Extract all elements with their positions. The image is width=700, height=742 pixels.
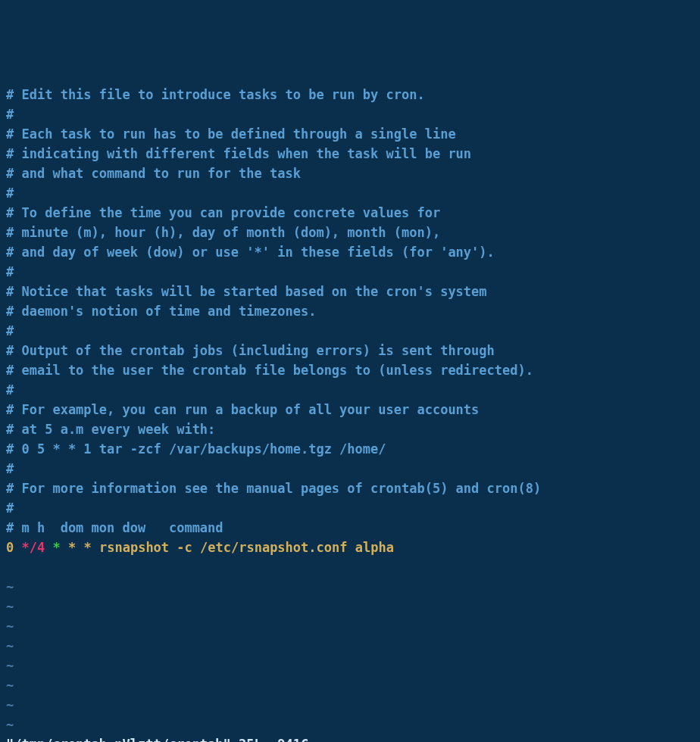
empty-line-tilde: ~ — [6, 619, 14, 634]
comment-line: # Output of the crontab jobs (including … — [6, 343, 495, 358]
comment-line: # For example, you can run a backup of a… — [6, 402, 479, 417]
comment-line: # Edit this file to introduce tasks to b… — [6, 87, 425, 102]
vim-status-line: "/tmp/crontab.pVlztt/crontab" 25L, 941C — [6, 737, 308, 742]
empty-line-tilde: ~ — [6, 658, 14, 673]
comment-line: # minute (m), hour (h), day of month (do… — [6, 225, 440, 240]
comment-line: # daemon's notion of time and timezones. — [6, 304, 316, 319]
comment-line: # Each task to run has to be defined thr… — [6, 126, 456, 142]
comment-line: # indicating with different fields when … — [6, 146, 471, 161]
comment-line: # For more information see the manual pa… — [6, 481, 541, 496]
comment-line: # at 5 a.m every week with: — [6, 422, 215, 437]
cron-dom: * — [52, 540, 60, 555]
cron-command: rsnapshot -c /etc/rsnapshot.conf alpha — [99, 540, 394, 555]
comment-line: # and day of week (dow) or use '*' in th… — [6, 245, 495, 260]
comment-line: # m h dom mon dow command — [6, 520, 223, 535]
comment-line: # and what command to run for the task — [6, 166, 301, 181]
empty-line-tilde: ~ — [6, 599, 14, 614]
empty-line-tilde: ~ — [6, 697, 14, 712]
comment-line: # — [6, 323, 14, 338]
cron-dow: * — [83, 540, 91, 555]
editor-buffer[interactable]: # Edit this file to introduce tasks to b… — [6, 85, 694, 742]
empty-line-tilde: ~ — [6, 638, 14, 653]
empty-line-tilde: ~ — [6, 579, 14, 594]
comment-line: # — [6, 500, 14, 516]
comment-line: # — [6, 461, 14, 476]
comment-line: # 0 5 * * 1 tar -zcf /var/backups/home.t… — [6, 441, 386, 457]
cron-minute: 0 — [6, 540, 14, 555]
comment-line: # — [6, 186, 14, 201]
comment-line: # email to the user the crontab file bel… — [6, 363, 533, 378]
cron-hour: */4 — [22, 540, 45, 555]
comment-line: # To define the time you can provide con… — [6, 205, 440, 220]
cron-mon: * — [68, 540, 76, 555]
comment-line: # Notice that tasks will be started base… — [6, 284, 487, 299]
empty-line-tilde: ~ — [6, 678, 14, 693]
comment-line: # — [6, 382, 14, 398]
comment-line: # — [6, 264, 14, 279]
comment-line: # — [6, 107, 14, 122]
empty-line-tilde: ~ — [6, 717, 14, 732]
